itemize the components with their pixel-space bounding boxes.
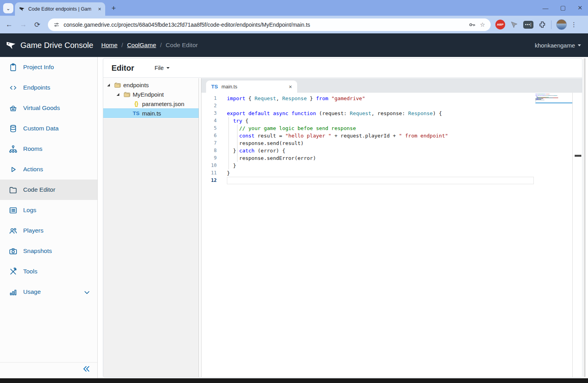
sidebar-item-snapshots[interactable]: Snapshots xyxy=(0,241,97,261)
tree-expander-icon[interactable] xyxy=(107,84,110,86)
back-button[interactable]: ← xyxy=(4,20,14,29)
breadcrumb-separator: / xyxy=(121,42,123,49)
code-line[interactable]: 8 } catch (error) { xyxy=(201,147,582,154)
brand[interactable]: Game Drive Console xyxy=(5,33,93,57)
sidebar-item-code-editor[interactable]: Code Editor xyxy=(0,180,97,200)
sidebar-item-label: Usage xyxy=(23,288,41,295)
page-scrollbar[interactable] xyxy=(584,58,586,377)
sidebar-item-actions[interactable]: Actions xyxy=(0,159,97,180)
screen: ⌄ Code Editor endpoints | GameD × + — ▢ … xyxy=(0,0,588,383)
code-line[interactable]: 10 } xyxy=(201,162,582,169)
editor-tab-maints[interactable]: TS main.ts × xyxy=(206,81,297,93)
line-content: response.send(result) xyxy=(227,139,304,147)
sidebar-item-project-info[interactable]: Project Info xyxy=(0,57,97,77)
maximize-button[interactable]: ▢ xyxy=(560,4,566,11)
minimize-button[interactable]: — xyxy=(542,5,548,11)
tree-item-main-ts[interactable]: TS main.ts xyxy=(103,108,199,118)
camera-icon xyxy=(9,247,18,256)
tab-search-button[interactable]: ⌄ xyxy=(3,3,13,13)
profile-avatar[interactable] xyxy=(556,19,567,30)
tree-item-label: endpoints xyxy=(123,82,149,88)
code-area[interactable]: 1 import { Request, Response } from "gam… xyxy=(201,93,582,377)
breadcrumb-separator: / xyxy=(160,42,162,49)
line-number: 1 xyxy=(201,95,227,102)
code-line[interactable]: 3 export default async function (request… xyxy=(201,110,582,117)
line-content: } catch (error) { xyxy=(227,147,285,154)
tree-expander-icon[interactable] xyxy=(117,93,119,96)
tree-item-label: main.ts xyxy=(142,110,161,117)
sidebar-item-rooms[interactable]: Rooms xyxy=(0,139,97,159)
breadcrumb-coolgame[interactable]: CoolGame xyxy=(127,42,156,49)
tree-item-myendpoint[interactable]: MyEndpoint xyxy=(103,90,199,99)
breadcrumb-home[interactable]: Home xyxy=(101,42,117,49)
brand-title: Game Drive Console xyxy=(20,41,93,50)
reload-button[interactable]: ⟳ xyxy=(32,20,42,29)
people-icon xyxy=(9,226,18,235)
file-menu-button[interactable]: File xyxy=(155,65,170,71)
sidebar: Project Info Endpoints Virtual Goods Cus… xyxy=(0,57,98,378)
close-editor-tab-icon[interactable]: × xyxy=(289,84,292,90)
code-line[interactable]: 2 xyxy=(201,102,582,110)
new-tab-button[interactable]: + xyxy=(111,4,116,13)
tree-item-endpoints[interactable]: endpoints xyxy=(103,80,199,90)
line-content: const result = "hello player " + request… xyxy=(227,132,448,139)
tools-icon xyxy=(9,267,18,276)
bars-icon xyxy=(9,288,18,297)
sidebar-collapse-button[interactable] xyxy=(82,364,91,375)
close-window-button[interactable]: ✕ xyxy=(577,4,583,11)
address-bar[interactable]: console.gamedrive.cc/projects/68a045fbde… xyxy=(48,18,491,31)
tree-item-parameters-json[interactable]: {} parameters.json xyxy=(103,99,199,108)
line-content: // your game logic befoe send response xyxy=(227,125,356,132)
url-text[interactable]: console.gamedrive.cc/projects/68a045fbde… xyxy=(64,22,464,28)
code-line[interactable]: 11 } xyxy=(201,169,582,177)
adblock-extension-icon[interactable]: ABP xyxy=(495,20,505,29)
sidebar-item-endpoints[interactable]: Endpoints xyxy=(0,77,97,98)
app-navbar: Game Drive Console Home/CoolGame/Code Ed… xyxy=(0,33,588,57)
sidebar-item-label: Code Editor xyxy=(23,186,55,193)
password-key-icon[interactable] xyxy=(468,21,476,29)
overview-ruler[interactable] xyxy=(572,93,582,377)
code-line[interactable]: 12 xyxy=(201,177,582,184)
minimap[interactable] xyxy=(535,94,573,103)
line-content: export default async function (request: … xyxy=(227,110,442,117)
line-content: try { xyxy=(227,117,248,125)
file-tree: endpoints MyEndpoint {} parameters.json … xyxy=(103,78,199,118)
dots-extension-icon[interactable]: •••| xyxy=(523,21,533,29)
code-line[interactable]: 5 // your game logic befoe send response xyxy=(201,125,582,132)
chevron-down-icon[interactable] xyxy=(82,288,90,296)
bookmark-star-icon[interactable]: ☆ xyxy=(480,21,485,28)
browser-titlebar: ⌄ Code Editor endpoints | GameD × + — ▢ … xyxy=(0,0,588,16)
code-line[interactable]: 9 response.sendError(error) xyxy=(201,154,582,162)
paper-plane-extension-icon[interactable] xyxy=(510,20,519,29)
site-settings-icon[interactable] xyxy=(53,22,60,28)
site-favicon-icon xyxy=(19,6,25,12)
code-line[interactable]: 7 response.send(result) xyxy=(201,139,582,147)
sidebar-item-virtual-goods[interactable]: Virtual Goods xyxy=(0,98,97,118)
sidebar-item-label: Endpoints xyxy=(23,84,50,91)
browser-tab[interactable]: Code Editor endpoints | GameD × xyxy=(15,2,105,16)
panel-splitter[interactable] xyxy=(199,78,201,377)
sidebar-item-tools[interactable]: Tools xyxy=(0,261,97,282)
breadcrumb-code-editor: Code Editor xyxy=(166,42,198,49)
sidebar-item-usage[interactable]: Usage xyxy=(0,282,97,302)
line-number: 4 xyxy=(201,117,227,125)
extensions-puzzle-icon[interactable] xyxy=(538,20,546,29)
editor-header: Editor File xyxy=(103,59,582,78)
toolbar-separator xyxy=(551,20,551,29)
sidebar-item-custom-data[interactable]: Custom Data xyxy=(0,118,97,139)
sidebar-item-logs[interactable]: Logs xyxy=(0,200,97,220)
user-menu[interactable]: khonkaengame xyxy=(535,33,581,57)
code-editor-pane: TS main.ts × 1 import { Request, Respons… xyxy=(201,78,582,377)
tree-item-label: MyEndpoint xyxy=(133,91,164,98)
cursor-position-marker xyxy=(575,155,581,157)
sidebar-item-players[interactable]: Players xyxy=(0,220,97,241)
code-line[interactable]: 1 import { Request, Response } from "gam… xyxy=(201,95,582,102)
code-line[interactable]: 6 const result = "hello player " + reque… xyxy=(201,132,582,139)
line-number: 11 xyxy=(201,169,227,177)
forward-button[interactable]: → xyxy=(18,20,28,29)
close-tab-icon[interactable]: × xyxy=(98,6,101,12)
line-content: } xyxy=(227,169,230,177)
code-line[interactable]: 4 try { xyxy=(201,117,582,125)
chevron-down-icon xyxy=(166,67,170,69)
browser-menu-icon[interactable]: ⋮ xyxy=(571,21,577,28)
